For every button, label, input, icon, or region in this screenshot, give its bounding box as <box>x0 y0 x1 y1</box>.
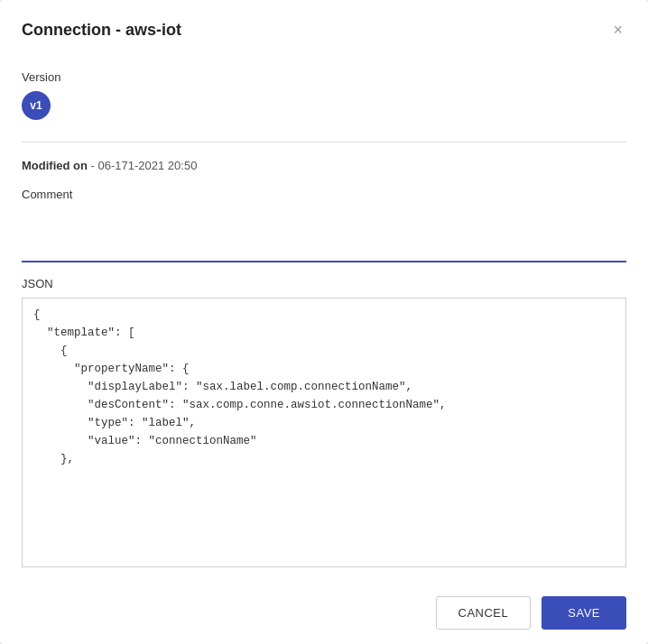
save-button[interactable]: SAVE <box>542 596 626 630</box>
modal-title: Connection - aws-iot <box>22 21 181 40</box>
modified-label-text: Modified on <box>22 159 88 172</box>
modal-footer: CANCEL SAVE <box>0 582 648 644</box>
comment-section: Comment <box>22 188 626 262</box>
json-section: JSON { "template": [ { "propertyName": {… <box>22 277 626 567</box>
version-section: Version v1 <box>22 70 626 120</box>
comment-input[interactable] <box>22 208 626 262</box>
modified-section: Modified on - 06-171-2021 20:50 <box>22 157 626 173</box>
version-label: Version <box>22 70 626 84</box>
version-badge: v1 <box>22 91 51 120</box>
close-button[interactable]: × <box>609 18 626 41</box>
modal-body: Version v1 Modified on - 06-171-2021 20:… <box>0 56 648 582</box>
cancel-button[interactable]: CANCEL <box>436 596 532 630</box>
modified-label: Modified on - 06-171-2021 20:50 <box>22 159 197 172</box>
modal-header: Connection - aws-iot × <box>0 0 648 56</box>
modal-dialog: Connection - aws-iot × Version v1 Modifi… <box>0 0 648 644</box>
json-label: JSON <box>22 277 626 290</box>
json-editor[interactable]: { "template": [ { "propertyName": { "dis… <box>22 298 626 567</box>
comment-label: Comment <box>22 188 626 201</box>
section-divider <box>22 142 626 143</box>
modal-overlay: Connection - aws-iot × Version v1 Modifi… <box>0 0 648 644</box>
modified-value: 06-171-2021 20:50 <box>98 159 198 172</box>
